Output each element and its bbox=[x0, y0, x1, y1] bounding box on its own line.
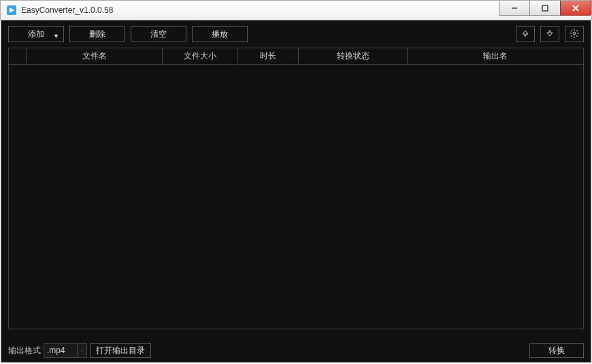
arrow-down-icon bbox=[546, 29, 554, 39]
svg-line-11 bbox=[576, 35, 577, 36]
svg-line-12 bbox=[576, 30, 577, 31]
move-up-button[interactable] bbox=[516, 26, 535, 42]
window-controls bbox=[499, 1, 591, 16]
play-button[interactable]: 播放 bbox=[192, 26, 248, 42]
column-checkbox[interactable] bbox=[9, 48, 27, 65]
file-table: 文件名 文件大小 时长 转换状态 输出名 bbox=[8, 48, 584, 329]
delete-button-label: 删除 bbox=[89, 29, 105, 40]
settings-button[interactable] bbox=[565, 26, 584, 42]
convert-button[interactable]: 转换 bbox=[529, 343, 584, 358]
column-filename[interactable]: 文件名 bbox=[27, 48, 163, 65]
add-button-label: 添加 bbox=[28, 29, 44, 40]
output-format-value: .mp4 bbox=[47, 346, 65, 355]
convert-button-label: 转换 bbox=[548, 345, 565, 357]
column-status[interactable]: 转换状态 bbox=[299, 48, 408, 65]
column-duration[interactable]: 时长 bbox=[237, 48, 299, 65]
app-body: 添加 ▼ 删除 清空 播放 bbox=[1, 20, 591, 363]
toolbar: 添加 ▼ 删除 清空 播放 bbox=[1, 20, 591, 48]
add-button[interactable]: 添加 ▼ bbox=[8, 26, 64, 42]
select-caret-icon: ▫ bbox=[77, 344, 86, 357]
open-output-dir-button[interactable]: 打开输出目录 bbox=[90, 343, 151, 358]
dropdown-caret-icon: ▼ bbox=[53, 33, 59, 39]
clear-button[interactable]: 清空 bbox=[131, 26, 186, 42]
arrow-up-icon bbox=[521, 29, 529, 39]
output-format-label: 输出格式 bbox=[8, 345, 41, 357]
svg-rect-2 bbox=[542, 5, 548, 11]
minimize-button[interactable] bbox=[499, 1, 530, 16]
gear-icon bbox=[570, 29, 579, 40]
clear-button-label: 清空 bbox=[150, 29, 167, 40]
column-output[interactable]: 输出名 bbox=[408, 48, 583, 65]
table-header-row: 文件名 文件大小 时长 转换状态 输出名 bbox=[9, 48, 583, 65]
delete-button[interactable]: 删除 bbox=[69, 26, 125, 42]
move-down-button[interactable] bbox=[540, 26, 559, 42]
output-format-select[interactable]: .mp4 ▫ bbox=[44, 343, 87, 358]
svg-point-5 bbox=[573, 32, 576, 35]
table-body[interactable] bbox=[9, 65, 583, 329]
svg-line-10 bbox=[571, 30, 572, 31]
app-icon bbox=[6, 5, 17, 16]
window-title: EasyConverter_v1.0.0.58 bbox=[21, 5, 113, 15]
play-button-label: 播放 bbox=[212, 29, 228, 40]
window-titlebar: EasyConverter_v1.0.0.58 bbox=[0, 0, 592, 20]
close-button[interactable] bbox=[560, 1, 591, 16]
open-output-dir-label: 打开输出目录 bbox=[96, 345, 145, 357]
svg-line-13 bbox=[571, 35, 572, 36]
maximize-button[interactable] bbox=[529, 1, 561, 16]
column-filesize[interactable]: 文件大小 bbox=[163, 48, 237, 65]
bottom-bar: 输出格式 .mp4 ▫ 打开输出目录 转换 bbox=[1, 339, 591, 362]
